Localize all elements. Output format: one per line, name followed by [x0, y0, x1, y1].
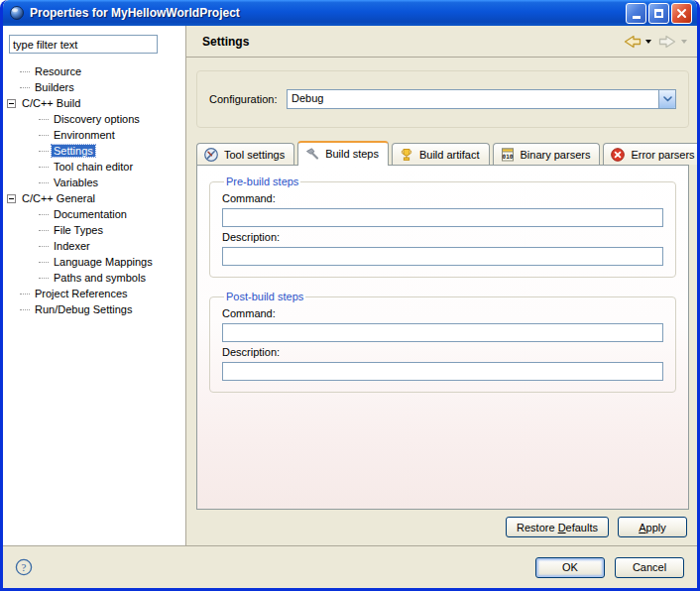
page-header: Settings — [186, 26, 697, 58]
dialog-footer: ? OK Cancel — [3, 545, 697, 588]
post-build-description-input[interactable] — [222, 362, 663, 381]
tool-settings-icon — [203, 147, 219, 163]
tree-item-environment[interactable]: Environment — [3, 127, 185, 143]
properties-sidebar: Resource Builders C/C++ Build Discovery … — [3, 26, 186, 545]
pre-build-description-input[interactable] — [222, 247, 663, 266]
tree-item-cpp-general[interactable]: C/C++ General — [3, 190, 185, 206]
maximize-button[interactable] — [648, 3, 669, 24]
apply-button[interactable]: Apply — [618, 517, 687, 537]
build-artifact-icon — [399, 147, 414, 163]
forward-icon[interactable] — [658, 35, 677, 49]
tree-item-indexer[interactable]: Indexer — [3, 238, 185, 254]
post-build-steps-group: Post-build steps Command: Description: — [209, 291, 676, 393]
build-steps-panel: Pre-build steps Command: Description: Po… — [196, 165, 689, 510]
pre-build-steps-title: Pre-build steps — [224, 176, 300, 187]
tree-item-discovery-options[interactable]: Discovery options — [3, 111, 185, 127]
tab-build-artifact[interactable]: Build artifact — [392, 143, 490, 165]
forward-menu-icon[interactable] — [681, 40, 687, 44]
tab-binary-parsers[interactable]: 010 Binary parsers — [493, 143, 601, 165]
tree-item-variables[interactable]: Variables — [3, 175, 185, 190]
configuration-value: Debug — [288, 90, 658, 108]
tree-item-cpp-build[interactable]: C/C++ Build — [3, 95, 185, 111]
tree-item-run-debug-settings[interactable]: Run/Debug Settings — [3, 301, 185, 317]
configuration-label: Configuration: — [209, 93, 287, 105]
close-button[interactable] — [671, 3, 692, 24]
tree-item-settings[interactable]: Settings — [3, 143, 185, 159]
configuration-select[interactable]: Debug — [287, 89, 676, 109]
command-label: Command: — [222, 192, 663, 204]
command-label: Command: — [222, 307, 663, 319]
properties-dialog: Properties for MyHellowWorldProject Reso… — [0, 0, 700, 591]
configuration-group: Configuration: Debug — [196, 70, 689, 128]
post-build-command-input[interactable] — [222, 323, 663, 342]
window-icon — [9, 5, 25, 21]
post-build-steps-title: Post-build steps — [224, 291, 305, 302]
tab-error-parsers[interactable]: Error parsers — [603, 143, 700, 165]
tree-item-resource[interactable]: Resource — [3, 63, 185, 79]
restore-defaults-button[interactable]: Restore Defaults — [506, 517, 609, 537]
tab-tool-settings[interactable]: Tool settings — [196, 143, 294, 165]
back-menu-icon[interactable] — [645, 40, 651, 44]
pre-build-command-input[interactable] — [222, 208, 663, 227]
build-steps-icon — [304, 146, 320, 162]
minimize-icon — [633, 16, 641, 19]
collapse-icon[interactable] — [7, 194, 16, 203]
title-bar[interactable]: Properties for MyHellowWorldProject — [3, 0, 697, 26]
chevron-down-icon — [663, 96, 672, 102]
description-label: Description: — [222, 346, 663, 358]
minimize-button[interactable] — [626, 3, 646, 24]
maximize-icon — [654, 9, 663, 18]
dropdown-button[interactable] — [658, 90, 675, 108]
tree-item-documentation[interactable]: Documentation — [3, 206, 185, 222]
svg-text:?: ? — [22, 561, 27, 573]
description-label: Description: — [222, 231, 663, 243]
properties-tree: Resource Builders C/C++ Build Discovery … — [3, 63, 185, 317]
collapse-icon[interactable] — [7, 99, 16, 108]
ok-button[interactable]: OK — [535, 557, 605, 578]
pre-build-steps-group: Pre-build steps Command: Description: — [209, 176, 676, 278]
tree-item-builders[interactable]: Builders — [3, 79, 185, 95]
page-title: Settings — [202, 35, 623, 49]
tree-item-project-references[interactable]: Project References — [3, 286, 185, 301]
tree-item-language-mappings[interactable]: Language Mappings — [3, 254, 185, 270]
error-parsers-icon — [610, 147, 626, 163]
svg-text:010: 010 — [502, 153, 513, 160]
close-icon — [676, 8, 687, 19]
tree-item-paths-and-symbols[interactable]: Paths and symbols — [3, 270, 185, 286]
filter-input[interactable] — [9, 35, 158, 54]
settings-tabs: Tool settings Build steps — [196, 140, 689, 165]
tab-build-steps[interactable]: Build steps — [297, 141, 389, 166]
tree-item-file-types[interactable]: File Types — [3, 222, 185, 238]
window-title: Properties for MyHellowWorldProject — [30, 6, 626, 20]
cancel-button[interactable]: Cancel — [615, 557, 684, 578]
tree-item-tool-chain-editor[interactable]: Tool chain editor — [3, 159, 185, 175]
binary-parsers-icon: 010 — [500, 147, 516, 163]
help-icon[interactable]: ? — [15, 558, 33, 576]
back-icon[interactable] — [623, 35, 642, 49]
